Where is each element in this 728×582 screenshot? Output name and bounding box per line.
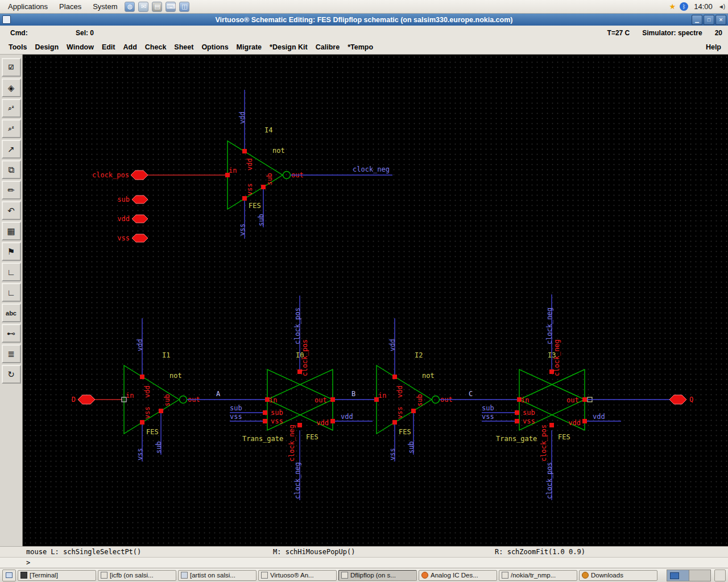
applications-menu[interactable]: Applications bbox=[3, 1, 52, 12]
save-icon[interactable]: ◈ bbox=[2, 78, 21, 97]
menu-migrate[interactable]: Migrate bbox=[233, 41, 266, 53]
inverter-bubble[interactable] bbox=[432, 396, 440, 404]
sub-terminal[interactable] bbox=[515, 410, 519, 415]
vdd-terminal[interactable] bbox=[330, 419, 335, 423]
property-icon[interactable]: ≣ bbox=[2, 344, 21, 363]
menu-tempo[interactable]: *Tempo bbox=[344, 41, 377, 53]
vss-terminal[interactable] bbox=[242, 196, 247, 201]
pin-q[interactable]: Q bbox=[587, 395, 693, 404]
inverter-bubble[interactable] bbox=[180, 396, 187, 404]
workspace-switcher[interactable] bbox=[667, 569, 711, 581]
vdd-terminal[interactable] bbox=[140, 375, 144, 379]
gate-terminal-bottom[interactable] bbox=[549, 423, 554, 427]
stretch-icon[interactable]: ↗ bbox=[2, 140, 21, 159]
taskbar-button-dflipflop[interactable]: Dflipflop (on s... bbox=[338, 570, 417, 581]
show-desktop-button[interactable] bbox=[2, 569, 16, 581]
net-b[interactable]: B bbox=[335, 390, 374, 400]
input-pin-shape[interactable] bbox=[131, 171, 148, 180]
inverter-bubble[interactable] bbox=[283, 172, 291, 179]
input-pin-shape[interactable] bbox=[132, 196, 148, 203]
menu-edit[interactable]: Edit bbox=[98, 41, 119, 53]
inverter-i2[interactable]: vdd vdd vss sub vss sub FES I2 not bbox=[374, 318, 453, 462]
pin-vdd[interactable]: vdd bbox=[117, 215, 148, 223]
menu-design-kit[interactable]: *Design Kit bbox=[266, 41, 312, 53]
wire-name-icon[interactable]: abc bbox=[2, 304, 21, 322]
zoom-out-2x-icon[interactable]: ⌕² bbox=[2, 119, 21, 138]
input-pin-shape[interactable] bbox=[132, 215, 148, 223]
yank-icon[interactable]: ▦ bbox=[2, 222, 21, 240]
sub-terminal[interactable] bbox=[159, 409, 163, 413]
workspace-1[interactable] bbox=[667, 570, 689, 581]
places-menu[interactable]: Places bbox=[55, 1, 86, 12]
output-terminal[interactable] bbox=[582, 397, 587, 402]
instance-icon[interactable]: ⚑ bbox=[2, 242, 21, 261]
menu-check[interactable]: Check bbox=[141, 41, 171, 53]
menu-add[interactable]: Add bbox=[119, 41, 141, 53]
transgate-i3[interactable]: clock_neg clock_neg clock_pos clock_pos … bbox=[482, 294, 621, 500]
inverter-i4[interactable]: vdd vdd vss sub vss sub FES I4 not bbox=[225, 90, 392, 239]
copy-icon[interactable]: ⧉ bbox=[2, 160, 21, 179]
vss-terminal[interactable] bbox=[140, 420, 144, 425]
vdd-terminal[interactable] bbox=[582, 419, 587, 423]
workspace-2[interactable] bbox=[689, 570, 710, 581]
delete-icon[interactable]: ✏ bbox=[2, 181, 21, 199]
web-browser-icon[interactable]: ◍ bbox=[125, 2, 135, 12]
menu-calibre[interactable]: Calibre bbox=[312, 41, 344, 53]
taskbar-button-icfb[interactable]: [icfb (on salsi... bbox=[98, 570, 176, 581]
vdd-terminal[interactable] bbox=[242, 149, 247, 153]
net-label-clock-neg[interactable]: clock_neg bbox=[353, 165, 390, 173]
window-titlebar[interactable]: Virtuoso® Schematic Editing: FES Dflipfl… bbox=[0, 14, 728, 26]
sub-terminal[interactable] bbox=[263, 410, 267, 415]
email-icon[interactable]: ✉ bbox=[138, 2, 148, 12]
menu-sheet[interactable]: Sheet bbox=[170, 41, 197, 53]
printer-icon[interactable]: ▤ bbox=[152, 2, 162, 12]
volume-icon[interactable]: ◄) bbox=[718, 3, 725, 10]
menu-design[interactable]: Design bbox=[31, 41, 63, 53]
system-menu[interactable]: System bbox=[88, 1, 122, 12]
input-pin-shape[interactable] bbox=[132, 234, 148, 242]
taskbar-button-nokia-path[interactable]: /nokia/tr_nmp... bbox=[499, 570, 577, 581]
wide-wire-icon[interactable]: ∟ bbox=[2, 283, 21, 302]
pin-icon[interactable]: ⊷ bbox=[2, 324, 21, 343]
net-label-c[interactable]: C bbox=[469, 390, 473, 398]
sub-terminal[interactable] bbox=[411, 409, 416, 413]
transgate-i0[interactable]: clock_pos clock_pos clock_neg clock_neg … bbox=[230, 296, 373, 500]
vss-terminal[interactable] bbox=[392, 420, 397, 425]
maximize-button[interactable]: □ bbox=[704, 15, 714, 25]
vdd-terminal[interactable] bbox=[392, 375, 397, 379]
input-pin-shape[interactable] bbox=[78, 395, 95, 404]
vss-terminal[interactable] bbox=[263, 419, 267, 423]
menu-window[interactable]: Window bbox=[63, 41, 98, 53]
menu-options[interactable]: Options bbox=[197, 41, 232, 53]
files-icon[interactable]: ◫ bbox=[179, 2, 189, 12]
pin-sub[interactable]: sub bbox=[117, 196, 148, 203]
bluetooth-icon[interactable]: ᛒ bbox=[680, 2, 688, 11]
schematic-svg[interactable]: clock_pos sub vdd vss vdd bbox=[23, 55, 728, 546]
minimize-button[interactable]: ▁ bbox=[692, 15, 702, 25]
prompt-bar[interactable]: > bbox=[0, 557, 728, 568]
notification-star-icon[interactable]: ★ bbox=[669, 2, 676, 11]
menu-tools[interactable]: Tools bbox=[5, 41, 31, 53]
repeat-icon[interactable]: ↻ bbox=[2, 365, 21, 384]
gate-terminal-bottom[interactable] bbox=[297, 423, 302, 427]
close-button[interactable]: ✕ bbox=[715, 15, 726, 25]
menu-help[interactable]: Help bbox=[699, 41, 728, 53]
panel-corner-applet[interactable] bbox=[714, 569, 726, 581]
net-label-a[interactable]: A bbox=[216, 390, 221, 398]
pin-clock-pos[interactable]: clock_pos bbox=[92, 171, 225, 180]
terminal-icon[interactable]: ⌨ bbox=[166, 2, 176, 12]
narrow-wire-icon[interactable]: ∟ bbox=[2, 263, 21, 281]
pin-vss[interactable]: vss bbox=[117, 234, 148, 242]
check-save-icon[interactable]: ☑ bbox=[2, 58, 21, 77]
pin-d[interactable]: D bbox=[72, 395, 122, 404]
schematic-canvas[interactable]: clock_pos sub vdd vss vdd bbox=[23, 55, 728, 546]
output-pin-shape[interactable] bbox=[669, 395, 686, 404]
taskbar-button-analog-ic[interactable]: Analog IC Des... bbox=[419, 570, 497, 581]
taskbar-button-virtuoso[interactable]: Virtuoso® An... bbox=[258, 570, 337, 581]
taskbar-button-terminal[interactable]: [Terminal] bbox=[18, 570, 96, 581]
taskbar-button-downloads[interactable]: Downloads bbox=[579, 570, 657, 581]
net-label-b[interactable]: B bbox=[351, 390, 355, 398]
zoom-in-2x-icon[interactable]: ⌕² bbox=[2, 99, 21, 118]
taskbar-button-artist[interactable]: [artist on salsi... bbox=[178, 570, 257, 581]
panel-clock[interactable]: 14:00 bbox=[694, 2, 713, 11]
